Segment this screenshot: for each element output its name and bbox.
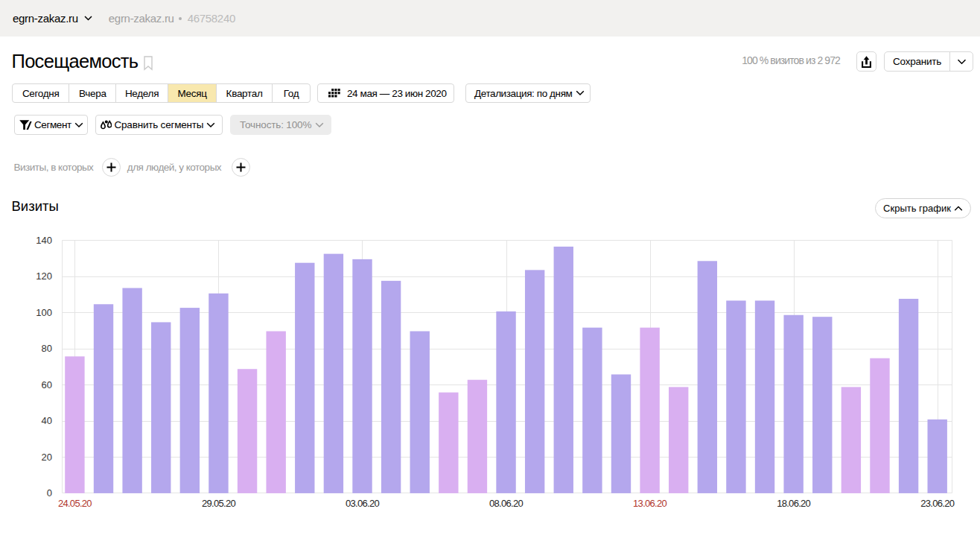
svg-text:120: 120 bbox=[36, 270, 52, 282]
svg-text:23.06.20: 23.06.20 bbox=[920, 498, 954, 509]
svg-text:13.06.20: 13.06.20 bbox=[633, 498, 666, 509]
svg-text:18.06.20: 18.06.20 bbox=[777, 498, 810, 509]
svg-text:29.05.20: 29.05.20 bbox=[202, 498, 235, 509]
svg-text:24.05.20: 24.05.20 bbox=[58, 498, 92, 509]
svg-text:0: 0 bbox=[47, 487, 52, 499]
svg-text:03.06.20: 03.06.20 bbox=[346, 498, 379, 509]
svg-text:20: 20 bbox=[42, 452, 52, 463]
svg-text:140: 140 bbox=[36, 235, 52, 246]
svg-text:60: 60 bbox=[42, 379, 52, 390]
svg-text:08.06.20: 08.06.20 bbox=[489, 498, 523, 509]
svg-text:40: 40 bbox=[42, 415, 52, 426]
svg-text:80: 80 bbox=[42, 343, 52, 354]
svg-text:100: 100 bbox=[36, 307, 52, 318]
